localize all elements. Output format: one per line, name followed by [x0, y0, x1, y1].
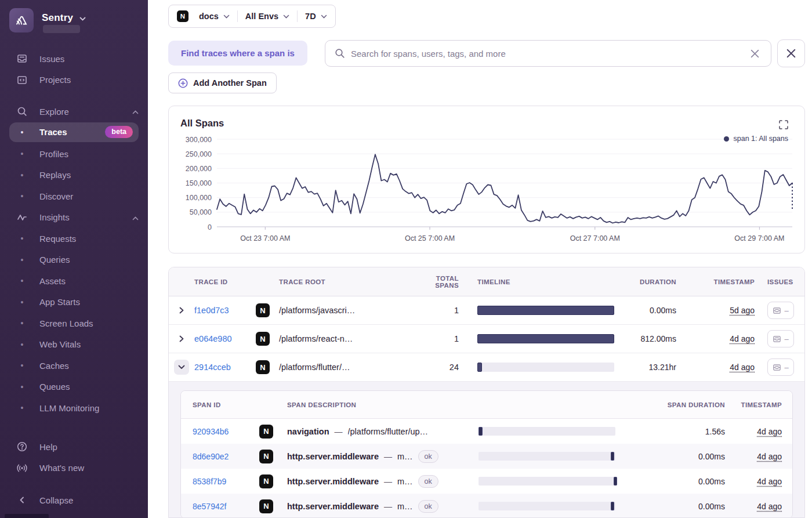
- timestamp[interactable]: 4d ago: [757, 502, 782, 511]
- timestamp[interactable]: 4d ago: [757, 452, 782, 461]
- environment-selector[interactable]: All Envs: [245, 12, 289, 21]
- remove-span-condition-button[interactable]: [777, 39, 805, 67]
- org-switcher[interactable]: Sentry: [9, 8, 86, 32]
- sidebar-item-label: Caches: [39, 361, 69, 371]
- svg-text:50,000: 50,000: [190, 208, 212, 216]
- date-range-selector[interactable]: 7D: [305, 12, 327, 21]
- timestamp[interactable]: 5d ago: [730, 306, 755, 315]
- col-header-trace-root: Trace Root: [279, 278, 424, 285]
- issues-icon: [773, 306, 781, 315]
- expand-trace-button[interactable]: [176, 305, 187, 316]
- svg-text:Oct 29 7:00 AM: Oct 29 7:00 AM: [734, 234, 784, 242]
- collapse-button[interactable]: Collapse: [0, 490, 148, 511]
- clear-search-button[interactable]: [748, 47, 762, 60]
- sidebar-item-whats-new[interactable]: What's new: [0, 458, 148, 479]
- bullet-icon: •: [16, 129, 28, 135]
- date-range-value: 7D: [305, 12, 316, 21]
- issues-count-button[interactable]: –: [767, 302, 794, 319]
- bullet-icon: •: [16, 172, 28, 178]
- environment-selector-value: All Envs: [245, 12, 278, 21]
- trace-row-expanded: 2914cceb N /platforms/flutter/… 24 13.21…: [169, 353, 804, 382]
- col-header-span-duration: Span Duration: [626, 401, 725, 408]
- span-description: http.server.middleware — m… ok: [287, 475, 470, 488]
- trace-id-link[interactable]: f1e0d7c3: [194, 306, 229, 315]
- duration: 0.00ms: [614, 306, 676, 315]
- bullet-icon: •: [16, 278, 28, 284]
- span-id-link[interactable]: 920934b6: [193, 427, 229, 436]
- traces-table-header: Trace ID Trace Root Total Spans Timeline…: [169, 267, 804, 296]
- span-row: 8d6e90e2 N http.server.middleware — m… o…: [181, 444, 792, 469]
- sidebar-item-web-vitals[interactable]: •Web Vitals: [0, 334, 148, 356]
- spans-line-chart[interactable]: 050,000100,000150,000200,000250,000300,0…: [169, 106, 804, 253]
- sidebar-item-screen-loads[interactable]: •Screen Loads: [0, 313, 148, 334]
- sidebar-item-queues[interactable]: •Queues: [0, 376, 148, 398]
- timestamp[interactable]: 4d ago: [757, 477, 782, 486]
- sidebar-section-explore[interactable]: Explore: [0, 101, 148, 122]
- sidebar-section-insights[interactable]: Insights: [0, 207, 148, 229]
- span-duration: 1.56s: [626, 427, 725, 436]
- sidebar-item-app-starts[interactable]: •App Starts: [0, 292, 148, 313]
- svg-text:300,000: 300,000: [186, 136, 212, 144]
- nav-gap: [0, 90, 148, 101]
- collapse-label: Collapse: [39, 495, 73, 505]
- sidebar-item-issues[interactable]: Issues: [0, 48, 148, 70]
- trace-id-link[interactable]: 2914cceb: [194, 363, 231, 372]
- chevron-down-icon: [178, 365, 185, 370]
- span-id-link[interactable]: 8538f7b9: [193, 477, 226, 486]
- sidebar-item-traces[interactable]: • Traces beta: [9, 122, 139, 142]
- sidebar-item-label: App Starts: [39, 297, 80, 307]
- issues-count-button[interactable]: –: [767, 358, 794, 376]
- sidebar-item-llm-monitoring[interactable]: •LLM Monitoring: [0, 397, 148, 419]
- sidebar-item-replays[interactable]: • Replays: [0, 165, 148, 186]
- separator: —: [384, 502, 392, 511]
- bullet-icon: •: [16, 363, 28, 368]
- add-another-span-button[interactable]: Add Another Span: [168, 73, 277, 93]
- bullet-icon: •: [16, 405, 28, 411]
- span-description: navigation — /platforms/flutter/up…: [287, 427, 470, 436]
- project-selector[interactable]: N docs: [177, 10, 230, 22]
- span-id-link[interactable]: 8e57942f: [193, 502, 226, 511]
- span-row: 8538f7b9 N http.server.middleware — m… o…: [181, 469, 792, 494]
- total-spans: 1: [424, 334, 459, 343]
- span-op: navigation: [287, 427, 329, 436]
- duration: 812.00ms: [614, 334, 676, 343]
- expand-trace-button[interactable]: [176, 333, 187, 345]
- bullet-icon: •: [16, 299, 28, 305]
- nextjs-project-icon: N: [259, 499, 273, 513]
- collapse-trace-button[interactable]: [174, 360, 189, 375]
- expand-chart-button[interactable]: [778, 119, 789, 132]
- timestamp[interactable]: 4d ago: [730, 334, 755, 343]
- chart-legend[interactable]: span 1: All spans: [724, 135, 788, 143]
- sidebar-item-queries[interactable]: •Queries: [0, 249, 148, 271]
- sidebar-item-discover[interactable]: • Discover: [0, 186, 148, 207]
- span-op: http.server.middleware: [287, 452, 379, 461]
- span-id-link[interactable]: 8d6e90e2: [193, 452, 229, 461]
- sidebar-item-label: Issues: [39, 54, 64, 64]
- timestamp[interactable]: 4d ago: [730, 363, 755, 372]
- sidebar-item-projects[interactable]: Projects: [0, 70, 148, 91]
- sidebar-item-label: Projects: [39, 75, 71, 85]
- sidebar-item-assets[interactable]: •Assets: [0, 270, 148, 292]
- chevron-up-icon: [132, 106, 139, 117]
- total-spans: 1: [424, 306, 459, 315]
- sidebar-item-label: Profiles: [39, 149, 68, 159]
- trace-id-link[interactable]: e064e980: [194, 334, 232, 343]
- sidebar-item-caches[interactable]: •Caches: [0, 355, 148, 376]
- sidebar-item-help[interactable]: Help: [0, 436, 148, 458]
- timestamp[interactable]: 4d ago: [757, 427, 782, 436]
- close-icon: [786, 49, 796, 58]
- org-name[interactable]: Sentry: [42, 12, 73, 24]
- sidebar-item-requests[interactable]: •Requests: [0, 228, 148, 249]
- col-header-span-id: Span ID: [193, 401, 259, 408]
- nextjs-project-icon: N: [259, 425, 273, 439]
- sidebar-item-profiles[interactable]: • Profiles: [0, 143, 148, 165]
- col-header-timestamp: Timestamp: [725, 401, 782, 408]
- issues-count-button[interactable]: –: [767, 330, 794, 347]
- bullet-icon: •: [16, 193, 28, 199]
- bullet-icon: •: [16, 320, 28, 326]
- legend-dot: [724, 136, 729, 142]
- span-search-input[interactable]: [351, 49, 748, 59]
- span-desc-text: m…: [397, 502, 413, 511]
- span-status-badge: ok: [418, 450, 438, 463]
- find-traces-label[interactable]: Find traces where a span is: [168, 41, 307, 66]
